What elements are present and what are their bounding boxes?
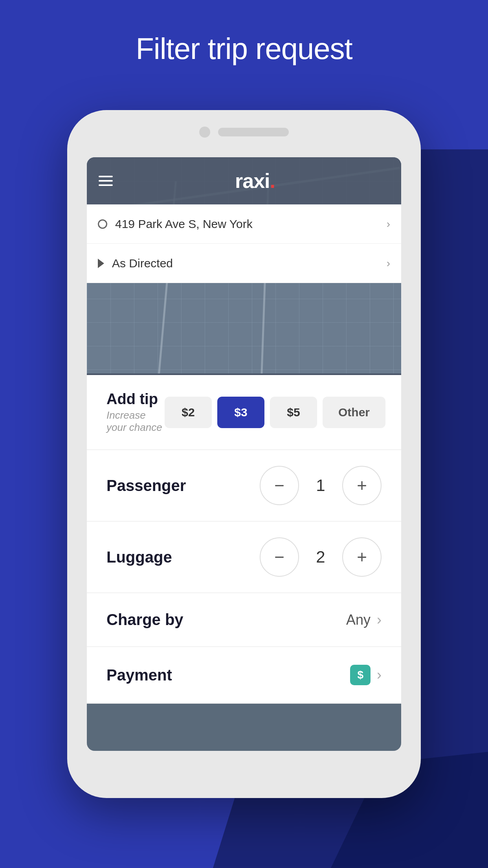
luggage-row: Luggage − 2 + — [87, 522, 401, 593]
hamburger-line-3 — [99, 184, 113, 186]
tip-btn-2[interactable]: $2 — [165, 397, 212, 428]
passenger-decrement[interactable]: − — [260, 466, 299, 505]
luggage-label: Luggage — [106, 548, 260, 566]
logo-text: raxi. — [235, 169, 275, 192]
passenger-increment[interactable]: + — [342, 466, 382, 505]
tip-btn-5[interactable]: $5 — [270, 397, 317, 428]
hamburger-line-2 — [99, 180, 113, 182]
passenger-label: Passenger — [106, 477, 260, 495]
app-header: raxi. — [87, 157, 401, 204]
payment-icon: $ — [350, 665, 371, 685]
passenger-value: 1 — [311, 476, 330, 495]
luggage-value: 2 — [311, 548, 330, 566]
hamburger-line-1 — [99, 176, 113, 177]
app-logo: raxi. — [121, 169, 389, 193]
tip-sublabel: Increase your chance — [106, 409, 165, 434]
bottom-map — [87, 704, 401, 751]
speaker-bar — [218, 128, 289, 136]
camera-dot — [199, 127, 210, 138]
destination-icon — [98, 259, 104, 268]
tip-section: Add tip Increase your chance $2 $3 $5 Ot… — [87, 375, 401, 450]
destination-bar[interactable]: As Directed › — [87, 244, 401, 283]
tip-btn-3[interactable]: $3 — [217, 397, 264, 428]
charge-by-label: Charge by — [106, 611, 346, 629]
charge-by-value: Any — [346, 612, 371, 628]
origin-chevron: › — [387, 218, 390, 230]
payment-chevron: › — [377, 667, 382, 683]
payment-row[interactable]: Payment $ › — [87, 647, 401, 704]
charge-by-row[interactable]: Charge by Any › — [87, 593, 401, 647]
tip-label-area: Add tip Increase your chance — [106, 391, 165, 434]
charge-by-chevron: › — [377, 612, 382, 628]
phone-screen: raxi. 419 Park Ave S, New York › As Dire… — [87, 157, 401, 751]
phone-shell: raxi. 419 Park Ave S, New York › As Dire… — [67, 110, 421, 798]
page-title: Filter trip request — [0, 31, 488, 66]
destination-text: As Directed — [112, 257, 387, 270]
tip-btn-other[interactable]: Other — [323, 397, 385, 428]
origin-icon — [98, 219, 107, 229]
destination-chevron: › — [387, 257, 390, 270]
bottom-sheet: Add tip Increase your chance $2 $3 $5 Ot… — [87, 375, 401, 751]
logo-dot: . — [270, 169, 275, 192]
hamburger-icon[interactable] — [99, 176, 113, 186]
phone-camera — [199, 127, 289, 138]
payment-icon-symbol: $ — [357, 669, 363, 681]
luggage-increment[interactable]: + — [342, 537, 382, 577]
tip-buttons: $2 $3 $5 Other — [165, 397, 385, 428]
passenger-row: Passenger − 1 + — [87, 450, 401, 522]
luggage-controls: − 2 + — [260, 537, 382, 577]
luggage-decrement[interactable]: − — [260, 537, 299, 577]
payment-label: Payment — [106, 666, 350, 684]
passenger-controls: − 1 + — [260, 466, 382, 505]
tip-label: Add tip — [106, 391, 165, 408]
origin-text: 419 Park Ave S, New York — [115, 217, 387, 231]
origin-bar[interactable]: 419 Park Ave S, New York › — [87, 204, 401, 244]
